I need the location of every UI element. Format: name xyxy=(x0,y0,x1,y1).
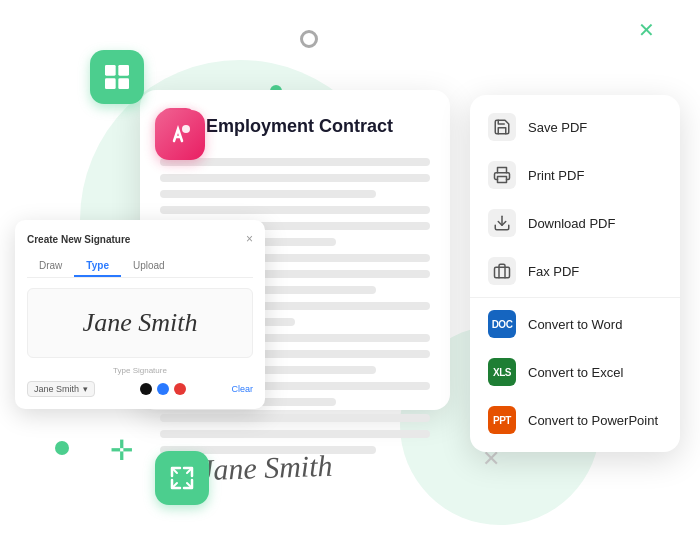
doc-title: Employment Contract xyxy=(206,116,393,137)
doc-line xyxy=(160,206,430,214)
compress-icon xyxy=(168,464,196,492)
menu-item-convert-word[interactable]: DOC Convert to Word xyxy=(470,300,680,348)
menu-item-print-pdf[interactable]: Print PDF xyxy=(470,151,680,199)
color-red[interactable] xyxy=(174,383,186,395)
dot-circle-top xyxy=(300,30,318,48)
svg-rect-9 xyxy=(498,177,507,183)
fax-pdf-label: Fax PDF xyxy=(528,264,579,279)
dot-green-bottom xyxy=(55,441,69,455)
download-pdf-icon xyxy=(488,209,516,237)
app-icon-compress[interactable] xyxy=(155,451,209,505)
convert-word-label: Convert to Word xyxy=(528,317,622,332)
signature-card: Create New Signature × Draw Type Upload … xyxy=(15,220,265,409)
svg-rect-11 xyxy=(495,267,510,278)
svg-rect-3 xyxy=(118,78,129,89)
save-pdf-icon xyxy=(488,113,516,141)
svg-rect-1 xyxy=(118,65,129,76)
chevron-down-icon: ▾ xyxy=(83,384,88,394)
clear-button[interactable]: Clear xyxy=(231,384,253,394)
fax-pdf-icon xyxy=(488,257,516,285)
sig-colors xyxy=(140,383,186,395)
convert-excel-label: Convert to Excel xyxy=(528,365,623,380)
menu-item-save-pdf[interactable]: Save PDF xyxy=(470,103,680,151)
print-pdf-icon xyxy=(488,161,516,189)
svg-point-4 xyxy=(182,125,190,133)
doc-line xyxy=(160,174,430,182)
svg-line-6 xyxy=(187,469,191,473)
sig-card-title: Create New Signature xyxy=(27,234,130,245)
convert-ppt-label: Convert to PowerPoint xyxy=(528,413,658,428)
doc-line xyxy=(160,414,430,422)
sig-name-value: Jane Smith xyxy=(34,384,79,394)
sig-label: Type Signature xyxy=(27,366,253,375)
sig-card-header: Create New Signature × xyxy=(27,232,253,246)
svg-line-7 xyxy=(173,483,177,487)
menu-card: Save PDF Print PDF Download PDF xyxy=(470,95,680,452)
color-black[interactable] xyxy=(140,383,152,395)
print-pdf-label: Print PDF xyxy=(528,168,584,183)
edit-icon xyxy=(166,121,194,149)
convert-ppt-icon: PPT xyxy=(488,406,516,434)
svg-rect-0 xyxy=(105,65,116,76)
sig-name-select[interactable]: Jane Smith ▾ xyxy=(27,381,95,397)
convert-excel-icon: XLS xyxy=(488,358,516,386)
doc-line xyxy=(160,158,430,166)
convert-word-icon: DOC xyxy=(488,310,516,338)
cross-bottomleft-icon: ✛ xyxy=(110,437,133,465)
color-blue[interactable] xyxy=(157,383,169,395)
cross-topright-icon: ✕ xyxy=(638,20,655,40)
menu-item-convert-excel[interactable]: XLS Convert to Excel xyxy=(470,348,680,396)
doc-line xyxy=(160,190,376,198)
sig-footer: Jane Smith ▾ Clear xyxy=(27,381,253,397)
close-button[interactable]: × xyxy=(246,232,253,246)
layout-icon xyxy=(101,61,133,93)
sig-tabs: Draw Type Upload xyxy=(27,256,253,278)
tab-upload[interactable]: Upload xyxy=(121,256,177,277)
menu-item-convert-ppt[interactable]: PPT Convert to PowerPoint xyxy=(470,396,680,444)
doc-line xyxy=(160,430,430,438)
svg-line-5 xyxy=(173,469,177,473)
sig-preview-text: Jane Smith xyxy=(83,308,198,338)
app-icon-pink[interactable] xyxy=(155,110,205,160)
menu-item-fax-pdf[interactable]: Fax PDF xyxy=(470,247,680,295)
app-icon-green[interactable] xyxy=(90,50,144,104)
tab-draw[interactable]: Draw xyxy=(27,256,74,277)
menu-item-download-pdf[interactable]: Download PDF xyxy=(470,199,680,247)
download-pdf-label: Download PDF xyxy=(528,216,615,231)
save-pdf-label: Save PDF xyxy=(528,120,587,135)
menu-divider xyxy=(470,297,680,298)
svg-rect-2 xyxy=(105,78,116,89)
tab-type[interactable]: Type xyxy=(74,256,121,277)
sig-draw-area[interactable]: Jane Smith xyxy=(27,288,253,358)
svg-line-8 xyxy=(187,483,191,487)
signature-on-document: Jane Smith xyxy=(199,449,333,488)
signature-text-on-doc: Jane Smith xyxy=(199,449,333,487)
